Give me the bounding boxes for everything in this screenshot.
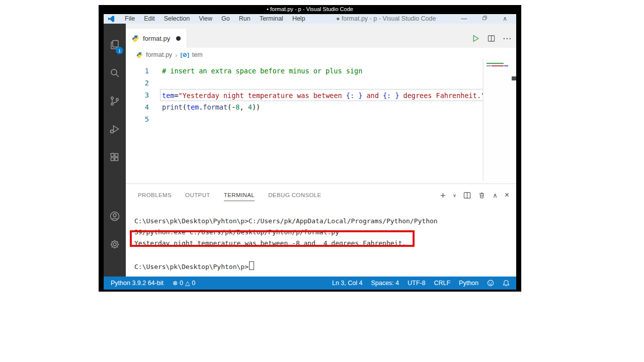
feedback-button[interactable] [487, 280, 494, 287]
restore-button[interactable] [482, 14, 488, 24]
symbol-variable-icon: [⊘] [180, 51, 189, 58]
split-terminal-button[interactable] [463, 192, 471, 199]
panel-header: PROBLEMSOUTPUTTERMINALDEBUG CONSOLE + ∨ … [126, 184, 516, 206]
more-actions-button[interactable]: ⋯ [503, 34, 511, 43]
terminal-line: C:\Users\pk\Desktop\Pyhton\p> [134, 261, 516, 273]
warning-icon: △ [185, 280, 190, 287]
terminal-line [134, 250, 516, 261]
close-panel-button[interactable]: × [505, 191, 509, 199]
minimap[interactable] [483, 59, 512, 181]
panel-tab-terminal[interactable]: TERMINAL [224, 189, 255, 201]
error-icon: ⊗ [173, 280, 178, 287]
kill-terminal-icon[interactable] [478, 192, 486, 199]
explorer-badge: 1 [116, 47, 123, 54]
editor-scrollbar[interactable] [512, 76, 516, 80]
status-encoding[interactable]: UTF-8 [408, 280, 425, 287]
minimap-line [492, 65, 504, 66]
code-line-4[interactable]: 4print(tem.format(-8, 4)) [126, 101, 516, 113]
terminal-line: C:\Users\pk\Desktop\Pyhton\p>C:/Users/pk… [134, 217, 516, 228]
activity-bar: 1 [104, 24, 126, 277]
line-number: 2 [126, 77, 149, 89]
vscode-logo-icon [108, 15, 115, 23]
menu-edit[interactable]: Edit [139, 14, 159, 24]
sidebar-item-run-debug[interactable] [104, 115, 126, 143]
menu-run[interactable]: Run [234, 14, 255, 24]
menu-file[interactable]: File [120, 14, 139, 24]
menu-bar: FileEditSelectionViewGoRunTerminalHelp [120, 14, 310, 24]
menu-help[interactable]: Help [288, 14, 310, 24]
source-control-icon [109, 95, 121, 107]
panel-tabs: PROBLEMSOUTPUTTERMINALDEBUG CONSOLE [138, 189, 321, 201]
minimize-button[interactable]: — [461, 14, 467, 24]
sidebar-item-extensions[interactable] [104, 143, 126, 171]
status-indentation[interactable]: Spaces: 4 [371, 280, 399, 287]
line-number: 5 [126, 113, 149, 125]
menu-selection[interactable]: Selection [159, 14, 194, 24]
bottom-panel: PROBLEMSOUTPUTTERMINALDEBUG CONSOLE + ∨ … [126, 184, 516, 277]
minimap-line [487, 63, 504, 64]
settings-button[interactable] [104, 230, 126, 258]
account-icon [109, 210, 121, 222]
tab-format-py[interactable]: format.py [126, 29, 187, 48]
panel-tab-debug-console[interactable]: DEBUG CONSOLE [268, 189, 321, 201]
status-bar-left: Python 3.9.2 64-bit⊗0△0 [104, 280, 195, 287]
terminal-output-line-highlighted: Yesterday night temperature was between … [134, 239, 516, 250]
split-editor-button[interactable] [488, 35, 495, 42]
status-cursor-position[interactable]: Ln 3, Col 4 [332, 280, 362, 287]
status-bar-right: Ln 3, Col 4Spaces: 4UTF-8CRLFPython [332, 280, 516, 287]
window-title: ● format.py - p - Visual Studio Code [336, 14, 436, 24]
status-problems[interactable]: ⊗0△0 [173, 280, 195, 287]
breadcrumb-symbol[interactable]: tem [192, 51, 203, 58]
terminal-dropdown-button[interactable]: ∨ [453, 193, 456, 198]
status-right-items: Ln 3, Col 4Spaces: 4UTF-8CRLFPython [332, 280, 478, 287]
python-file-icon [132, 35, 139, 42]
vscode-window: • format.py - p - Visual Studio Code Fil… [99, 5, 521, 292]
notifications-button[interactable] [503, 280, 510, 287]
sidebar-item-search[interactable] [104, 59, 126, 87]
breadcrumb: format.py › [⊘] tem [126, 48, 516, 62]
panel-tab-output[interactable]: OUTPUT [185, 189, 210, 201]
terminal-view[interactable]: C:\Users\pk\Desktop\Pyhton\p>C:/Users/pk… [126, 206, 516, 273]
panel-tab-problems[interactable]: PROBLEMS [138, 189, 172, 201]
code-line-5[interactable]: 5 [126, 113, 516, 125]
breadcrumb-separator: › [175, 51, 177, 59]
bell-icon [503, 280, 510, 287]
menu-go[interactable]: Go [217, 14, 234, 24]
minimap-line [487, 65, 491, 66]
editor-region: format.py ⋯ [126, 24, 516, 277]
menu-view[interactable]: View [194, 14, 217, 24]
code-line-1[interactable]: 1# insert an extra space before minus or… [126, 65, 516, 77]
activity-bar-bottom [104, 202, 126, 277]
close-button[interactable]: ∧ [503, 14, 507, 24]
accounts-button[interactable] [104, 202, 126, 230]
window-controls: — ∧ [461, 14, 516, 24]
status-end-of-line[interactable]: CRLF [434, 280, 450, 287]
terminal-line: 39/python.exe c:/Users/pk/Desktop/Pyhton… [134, 228, 516, 239]
maximize-panel-button[interactable]: ∧ [493, 192, 498, 199]
code-line-3[interactable]: 3tem="Yesterday night temperature was be… [126, 89, 516, 101]
breadcrumb-file[interactable]: format.py [146, 51, 172, 58]
editor-tab-bar: format.py ⋯ [126, 24, 516, 48]
sidebar-item-source-control[interactable] [104, 87, 126, 115]
gear-icon [109, 238, 121, 250]
panel-actions: + ∨ ∧ × [440, 184, 509, 206]
line-number: 4 [126, 101, 149, 113]
sidebar-item-explorer[interactable]: 1 [104, 31, 126, 59]
minimap-line [504, 65, 508, 66]
workbench: 1 [104, 24, 516, 277]
line-number: 3 [126, 89, 149, 101]
terminal-cursor [249, 261, 254, 270]
code-line-2[interactable]: 2 [126, 77, 516, 89]
status-language-mode[interactable]: Python [459, 280, 478, 287]
run-button[interactable] [471, 34, 480, 43]
extensions-icon [109, 151, 121, 163]
tab-label: format.py [143, 35, 170, 42]
new-terminal-button[interactable]: + [440, 191, 446, 200]
status-python-interpreter[interactable]: Python 3.9.2 64-bit [111, 280, 164, 287]
restore-icon [482, 15, 488, 21]
menu-terminal[interactable]: Terminal [255, 14, 288, 24]
search-icon [109, 67, 121, 79]
dirty-indicator[interactable] [176, 36, 181, 41]
code-editor[interactable]: 1# insert an extra space before minus or… [126, 62, 516, 184]
editor-actions: ⋯ [471, 29, 511, 48]
